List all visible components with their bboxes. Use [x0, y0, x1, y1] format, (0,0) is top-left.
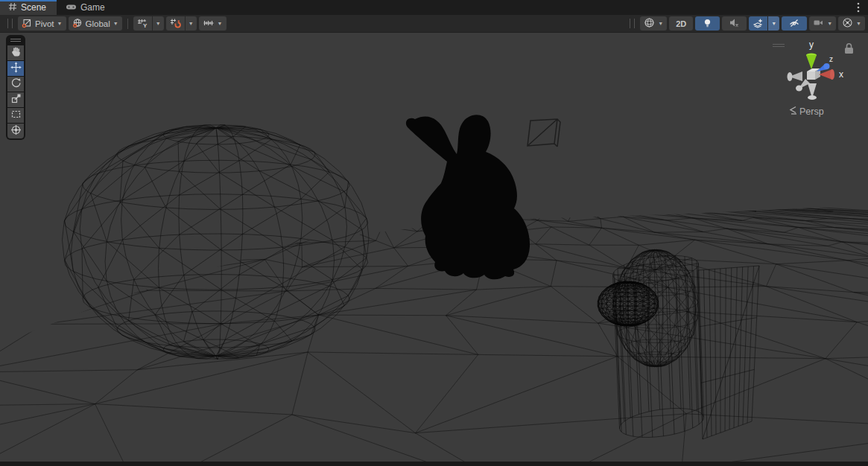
gizmos-sphere-icon: [842, 17, 853, 30]
audio-muted-icon: [729, 18, 740, 29]
chevron-down-icon: ▼: [856, 21, 861, 26]
projection-label: Persp: [799, 106, 824, 117]
gizmos-dropdown[interactable]: ▼: [838, 16, 865, 31]
rect-tool[interactable]: [7, 108, 24, 123]
tab-game[interactable]: Game: [63, 0, 115, 15]
light-bulb-icon: [703, 18, 712, 30]
scene-wireframe-render: [0, 0, 868, 466]
move-tool[interactable]: [7, 61, 24, 76]
unity-scene-window: Scene Game: [0, 0, 868, 466]
svg-text:Y: Y: [143, 22, 148, 28]
transform-tool[interactable]: [7, 124, 24, 138]
globe-icon: [72, 18, 83, 30]
effects-toggle[interactable]: [749, 16, 767, 31]
hand-icon: [10, 46, 22, 60]
increment-snap-icon: [203, 18, 215, 30]
toolbar-drag-handle[interactable]: [7, 19, 13, 28]
z-axis-cone[interactable]: [817, 63, 830, 71]
increment-snap-button[interactable]: ▼: [199, 16, 226, 31]
scene-grid-icon: [8, 2, 17, 13]
palette-drag-handle[interactable]: [7, 37, 24, 43]
x-axis-cone[interactable]: [819, 69, 834, 80]
chevron-down-icon: ▼: [57, 21, 63, 26]
z-axis-label: z: [829, 55, 833, 63]
move-icon: [10, 62, 22, 76]
chevron-down-icon: ▼: [771, 21, 776, 26]
lock-icon[interactable]: [845, 44, 853, 54]
tab-scene[interactable]: Scene: [0, 0, 57, 15]
rect-icon: [10, 109, 22, 123]
rotate-tool[interactable]: [7, 77, 24, 92]
chevron-down-icon: ▼: [156, 21, 161, 26]
pivot-dropdown[interactable]: Pivot ▼: [18, 16, 66, 31]
gamepad-icon: [66, 2, 77, 13]
floating-quad: [528, 119, 560, 147]
rotate-icon: [10, 77, 22, 92]
kebab-menu-icon[interactable]: [853, 1, 864, 13]
snap-dropdown[interactable]: ▼: [186, 16, 197, 31]
x-axis-label: x: [839, 69, 843, 80]
bunny-silhouette: [406, 115, 530, 279]
snap-button[interactable]: [166, 16, 185, 31]
draw-mode-sphere-icon: [644, 17, 655, 30]
tab-game-label: Game: [80, 2, 105, 13]
global-dropdown[interactable]: Global ▼: [69, 16, 122, 31]
vertical-plane-mesh: [698, 266, 759, 439]
camera-icon: [813, 18, 824, 29]
view-hand-tool[interactable]: [7, 45, 24, 60]
effects-icon: [753, 18, 764, 30]
grid-visibility-icon: Y: [137, 18, 148, 30]
effects-dropdown[interactable]: ▼: [768, 16, 779, 31]
scene-visibility-toggle[interactable]: [782, 16, 807, 31]
2d-toggle[interactable]: 2D: [669, 16, 693, 31]
global-label: Global: [86, 19, 110, 28]
gizmo-overlay-handle[interactable]: [773, 44, 785, 47]
grid-visibility-button[interactable]: Y: [133, 16, 152, 31]
2d-label: 2D: [676, 19, 686, 28]
toolbar-drag-handle[interactable]: [630, 19, 635, 28]
camera-settings-dropdown[interactable]: ▼: [809, 16, 836, 31]
pivot-label: Pivot: [35, 19, 54, 28]
persp-chevron-icon: [789, 106, 797, 117]
lighting-toggle[interactable]: [695, 16, 720, 31]
y-axis-cone[interactable]: [806, 53, 817, 69]
dense-sphere-mesh: [598, 281, 659, 326]
audio-toggle[interactable]: [722, 16, 747, 31]
tool-palette: [6, 35, 25, 140]
tab-bar: Scene Game: [0, 0, 868, 15]
projection-toggle[interactable]: Persp: [789, 106, 824, 117]
transform-icon: [10, 124, 22, 138]
pivot-icon: [22, 18, 32, 30]
tab-scene-label: Scene: [21, 2, 46, 13]
orientation-gizmo[interactable]: y x z: [776, 37, 858, 112]
grid-visibility-dropdown[interactable]: ▼: [153, 16, 164, 31]
scene-toolbar: Pivot ▼ Global ▼: [0, 15, 868, 33]
y-axis-label: y: [809, 39, 814, 50]
scale-icon: [10, 93, 22, 107]
toolbar-separator: [127, 19, 128, 29]
scene-visibility-eye-icon: [788, 18, 800, 30]
window-bottom-edge: [0, 462, 868, 466]
chevron-down-icon: ▼: [218, 21, 223, 26]
draw-mode-dropdown[interactable]: ▼: [640, 16, 667, 31]
scale-tool[interactable]: [7, 92, 24, 107]
chevron-down-icon: ▼: [189, 21, 194, 26]
chevron-down-icon: ▼: [658, 21, 663, 26]
focused-tab-indicator: [0, 0, 57, 1]
scene-viewport[interactable]: y x z Persp: [0, 33, 868, 462]
snap-magnet-icon: [170, 18, 181, 30]
chevron-down-icon: ▼: [827, 21, 832, 26]
chevron-down-icon: ▼: [113, 21, 118, 26]
orientation-gizmo-overlay: y x z Persp: [776, 37, 858, 149]
